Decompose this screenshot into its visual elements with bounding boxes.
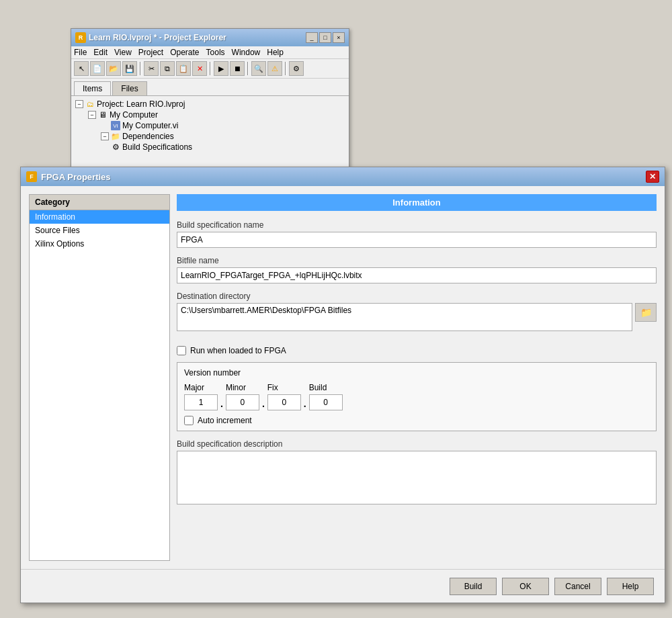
- pe-tool-new[interactable]: 📄: [90, 61, 105, 76]
- major-input[interactable]: [184, 394, 218, 410]
- tree-label-deps: Dependencies: [122, 132, 174, 141]
- pe-menu-edit[interactable]: Edit: [93, 48, 108, 57]
- build-input[interactable]: [309, 394, 343, 410]
- tree-item-buildspec[interactable]: ⚙ Build Specifications: [75, 142, 345, 152]
- tree-label-mycomputer: My Computer: [110, 110, 158, 120]
- fpga-body: Category Information Source Files Xilinx…: [21, 186, 665, 569]
- pe-tool-search[interactable]: 🔍: [251, 61, 266, 76]
- vi-icon: VI: [111, 121, 120, 130]
- destination-dir-row: 📁: [177, 303, 657, 331]
- build-col: Build: [309, 383, 343, 410]
- pe-tool-warn[interactable]: ⚠: [267, 61, 282, 76]
- bitfile-name-input[interactable]: [177, 267, 657, 283]
- description-textarea[interactable]: [177, 451, 657, 504]
- pe-menubar: File Edit View Project Operate Tools Win…: [71, 46, 349, 59]
- dot-1: .: [220, 398, 223, 409]
- fpga-titlebar: F FPGA Properties ✕: [21, 167, 665, 186]
- category-header: Category: [30, 195, 169, 210]
- fpga-title: FPGA Properties: [41, 172, 642, 182]
- pe-tool-save[interactable]: 💾: [122, 61, 137, 76]
- pe-menu-help[interactable]: Help: [267, 48, 284, 57]
- tree-expand-mycomputer[interactable]: −: [88, 111, 96, 119]
- pe-tool-paste[interactable]: 📋: [176, 61, 191, 76]
- pe-menu-window[interactable]: Window: [232, 48, 261, 57]
- pe-tool-delete[interactable]: ✕: [192, 61, 207, 76]
- pe-tool-copy[interactable]: ⧉: [160, 61, 175, 76]
- pe-menu-file[interactable]: File: [74, 48, 87, 57]
- pe-tool-stop[interactable]: ⏹: [230, 61, 245, 76]
- pe-window-buttons: _ □ ×: [306, 32, 345, 43]
- pe-title: Learn RIO.lvproj * - Project Explorer: [89, 33, 303, 42]
- category-item-information[interactable]: Information: [30, 210, 169, 224]
- pe-separator-1: [140, 62, 141, 75]
- build-icon: ⚙: [111, 142, 120, 152]
- tree-label-buildspec: Build Specifications: [122, 142, 192, 152]
- description-label: Build specification description: [177, 439, 657, 449]
- minor-label: Minor: [226, 383, 246, 392]
- destination-dir-input[interactable]: [177, 303, 632, 331]
- category-item-xilinx-options[interactable]: Xilinx Options: [30, 237, 169, 251]
- pe-menu-project[interactable]: Project: [138, 48, 163, 57]
- tab-items[interactable]: Items: [74, 81, 111, 95]
- fpga-footer: Build OK Cancel Help: [21, 569, 665, 603]
- dot-3: .: [304, 398, 306, 409]
- description-section: Build specification description: [177, 439, 657, 506]
- minor-col: Minor: [226, 383, 259, 410]
- auto-increment-row: Auto increment: [184, 416, 649, 425]
- pe-separator-2: [210, 62, 211, 75]
- tree-item-mycomputer[interactable]: − 🖥 My Computer: [75, 109, 345, 120]
- pe-tool-run[interactable]: ▶: [214, 61, 228, 76]
- pe-minimize-btn[interactable]: _: [306, 32, 318, 43]
- run-when-loaded-checkbox[interactable]: [177, 346, 186, 355]
- version-number-title: Version number: [184, 368, 649, 378]
- tree-item-project[interactable]: − 🗂 Project: Learn RIO.lvproj: [75, 99, 345, 109]
- pe-close-btn[interactable]: ×: [333, 32, 345, 43]
- build-spec-name-label: Build specification name: [177, 220, 657, 230]
- run-when-loaded-label: Run when loaded to FPGA: [190, 346, 286, 355]
- pe-menu-operate[interactable]: Operate: [170, 48, 199, 57]
- build-label: Build: [309, 383, 327, 392]
- pe-app-icon: R: [75, 32, 86, 43]
- content-header: Information: [177, 194, 657, 211]
- fpga-close-btn[interactable]: ✕: [646, 171, 659, 183]
- browse-button[interactable]: 📁: [635, 303, 657, 322]
- project-explorer-window: R Learn RIO.lvproj * - Project Explorer …: [71, 28, 349, 173]
- auto-increment-checkbox[interactable]: [184, 416, 194, 425]
- fpga-dialog: F FPGA Properties ✕ Category Information…: [20, 167, 665, 603]
- pe-menu-view[interactable]: View: [114, 48, 132, 57]
- pe-separator-4: [285, 62, 286, 75]
- pe-menu-tools[interactable]: Tools: [206, 48, 225, 57]
- pe-maximize-btn[interactable]: □: [319, 32, 331, 43]
- pe-tool-arrow[interactable]: ↖: [74, 61, 89, 76]
- build-spec-name-input[interactable]: [177, 232, 657, 248]
- ok-button[interactable]: OK: [502, 578, 549, 595]
- auto-increment-label: Auto increment: [198, 416, 252, 425]
- tree-label-project: Project: Learn RIO.lvproj: [97, 99, 185, 109]
- pe-tool-open[interactable]: 📂: [106, 61, 121, 76]
- build-button[interactable]: Build: [450, 578, 497, 595]
- project-icon: 🗂: [85, 99, 95, 109]
- fix-input[interactable]: [267, 394, 301, 410]
- dot-2: .: [262, 398, 265, 409]
- content-panel: Information Build specification name Bit…: [177, 194, 657, 561]
- tree-item-mycomputer-vi[interactable]: VI My Computer.vi: [75, 120, 345, 131]
- pe-tree: − 🗂 Project: Learn RIO.lvproj − 🖥 My Com…: [71, 96, 349, 155]
- build-spec-name-group: Build specification name: [177, 220, 657, 248]
- pe-tool-cut[interactable]: ✂: [144, 61, 159, 76]
- tree-expand-project[interactable]: −: [75, 100, 83, 108]
- version-fields: Major . Minor . Fix . Build: [184, 383, 649, 410]
- tree-item-dependencies[interactable]: − 📁 Dependencies: [75, 131, 345, 142]
- tree-expand-deps[interactable]: −: [101, 132, 109, 140]
- category-item-source-files[interactable]: Source Files: [30, 224, 169, 237]
- fix-col: Fix: [267, 383, 301, 410]
- destination-dir-group: Destination directory 📁: [177, 292, 657, 331]
- pe-toolbar: ↖ 📄 📂 💾 ✂ ⧉ 📋 ✕ ▶ ⏹ 🔍 ⚠ ⚙: [71, 59, 349, 79]
- help-button[interactable]: Help: [607, 578, 654, 595]
- tab-files[interactable]: Files: [112, 81, 146, 95]
- tree-label-mycomputer-vi: My Computer.vi: [122, 121, 178, 130]
- category-panel: Category Information Source Files Xilinx…: [29, 194, 170, 561]
- pe-tool-extra[interactable]: ⚙: [289, 61, 304, 76]
- version-section: Version number Major . Minor . Fix: [177, 362, 657, 431]
- minor-input[interactable]: [226, 394, 259, 410]
- cancel-button[interactable]: Cancel: [554, 578, 601, 595]
